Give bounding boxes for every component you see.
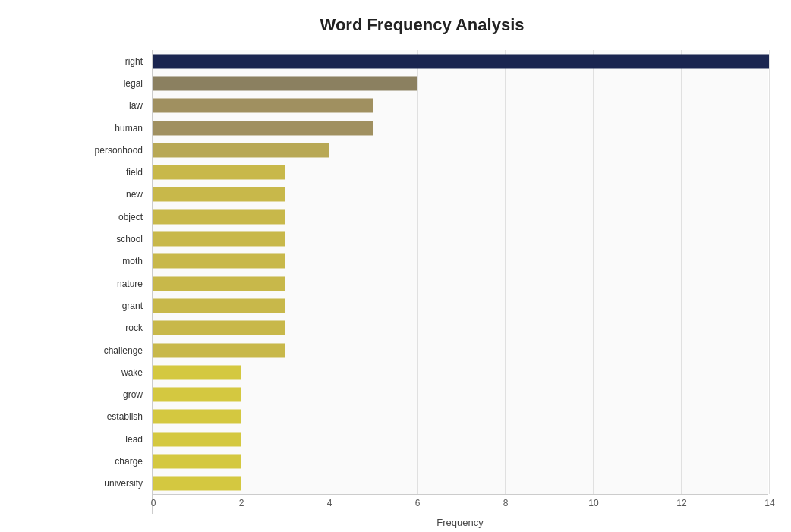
bar bbox=[153, 388, 241, 402]
bar-label: right bbox=[73, 56, 149, 67]
bar-row: nature bbox=[153, 272, 768, 294]
x-axis-label: Frequency bbox=[152, 517, 768, 528]
x-tick: 0 bbox=[151, 498, 156, 508]
x-tick: 14 bbox=[764, 498, 774, 508]
bar-row: new bbox=[153, 184, 768, 206]
bar-label: grant bbox=[73, 301, 149, 311]
bar bbox=[153, 477, 241, 491]
bar bbox=[153, 165, 285, 180]
bar-label: moth bbox=[73, 256, 149, 266]
bar bbox=[153, 254, 285, 269]
bar-row: challenge bbox=[153, 339, 768, 361]
bar-row: establish bbox=[153, 406, 768, 428]
bar bbox=[153, 321, 285, 335]
bar-row: legal bbox=[153, 72, 768, 94]
bar-row: grow bbox=[153, 384, 768, 406]
bar-row: rock bbox=[153, 317, 768, 339]
bar-label: charge bbox=[73, 456, 149, 467]
bar-label: law bbox=[73, 100, 149, 111]
bar bbox=[153, 187, 285, 202]
bar-row: moth bbox=[153, 250, 768, 272]
bar-label: university bbox=[73, 478, 149, 489]
bar-row: field bbox=[153, 162, 768, 184]
bar-label: personhood bbox=[73, 145, 149, 156]
bar bbox=[153, 54, 769, 68]
bar bbox=[153, 365, 241, 379]
bar-row: grant bbox=[153, 294, 768, 316]
bar-label: grow bbox=[73, 389, 149, 400]
bar bbox=[153, 232, 285, 247]
bar bbox=[153, 143, 329, 157]
bar-row: lead bbox=[153, 428, 768, 450]
bar-row: law bbox=[153, 95, 768, 117]
bar bbox=[153, 410, 241, 424]
bar bbox=[153, 455, 241, 469]
bar-row: personhood bbox=[153, 139, 768, 161]
bar-row: human bbox=[153, 117, 768, 139]
bar-row: right bbox=[153, 50, 768, 72]
x-tick: 2 bbox=[239, 498, 244, 508]
bar bbox=[153, 276, 285, 291]
bar bbox=[153, 343, 285, 357]
bar-label: establish bbox=[73, 411, 149, 422]
bar bbox=[153, 99, 373, 113]
bar-label: legal bbox=[73, 78, 149, 89]
bar-row: object bbox=[153, 206, 768, 228]
bar bbox=[153, 432, 241, 446]
x-tick: 6 bbox=[415, 498, 421, 508]
bar-label: human bbox=[73, 123, 149, 134]
bar-row: school bbox=[153, 228, 768, 250]
x-tick: 10 bbox=[588, 498, 598, 508]
chart-container: Word Frequency Analysis rightlegallawhum… bbox=[0, 0, 791, 532]
chart-title: Word Frequency Analysis bbox=[76, 15, 768, 35]
bar-label: challenge bbox=[73, 345, 149, 356]
x-axis: 02468101214 bbox=[152, 495, 768, 514]
bar-row: charge bbox=[153, 450, 768, 472]
bar-label: school bbox=[73, 234, 149, 244]
bar-label: new bbox=[73, 189, 149, 200]
bar bbox=[153, 76, 417, 90]
bar bbox=[153, 298, 285, 313]
bar bbox=[153, 121, 373, 135]
bar-label: rock bbox=[73, 323, 149, 333]
bar-label: field bbox=[73, 167, 149, 178]
bar bbox=[153, 209, 285, 224]
bar-label: wake bbox=[73, 367, 149, 378]
bar-row: university bbox=[153, 473, 768, 495]
bar-label: object bbox=[73, 212, 149, 222]
x-tick: 4 bbox=[327, 498, 332, 508]
x-tick: 12 bbox=[676, 498, 686, 508]
x-tick: 8 bbox=[503, 498, 509, 508]
plot-area: rightlegallawhumanpersonhoodfieldnewobje… bbox=[152, 50, 768, 495]
bar-label: lead bbox=[73, 434, 149, 445]
bar-row: wake bbox=[153, 361, 768, 383]
bar-label: nature bbox=[73, 279, 149, 289]
